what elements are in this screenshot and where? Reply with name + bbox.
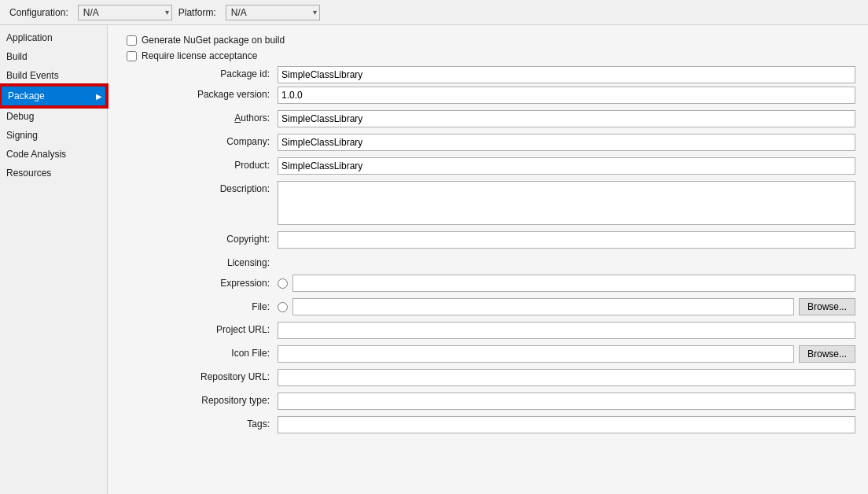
- tags-label: Tags:: [120, 416, 278, 429]
- description-label: Description:: [120, 181, 278, 194]
- sidebar-item-application[interactable]: Application: [0, 28, 107, 47]
- product-label: Product:: [120, 157, 278, 171]
- sidebar-item-code-analysis[interactable]: Code Analysis: [0, 145, 107, 164]
- file-label: File:: [120, 301, 278, 312]
- licensing-row: Licensing:: [120, 255, 855, 268]
- package-id-label: Package id:: [120, 66, 278, 79]
- configuration-select[interactable]: N/A: [78, 5, 172, 20]
- repository-url-row: Repository URL:: [120, 369, 855, 386]
- repository-type-input[interactable]: [278, 393, 855, 410]
- repository-url-input[interactable]: [278, 369, 855, 386]
- expression-label: Expression:: [120, 278, 278, 289]
- content-area: Generate NuGet package on build Require …: [107, 25, 868, 494]
- description-input[interactable]: [278, 181, 855, 225]
- company-label: Company:: [120, 134, 278, 147]
- description-row: Description:: [120, 181, 855, 225]
- generate-nuget-row: Generate NuGet package on build: [120, 35, 855, 46]
- sidebar-item-build-events[interactable]: Build Events: [0, 66, 107, 85]
- configuration-label: Configuration:: [9, 7, 68, 18]
- require-license-label[interactable]: Require license acceptance: [142, 50, 257, 61]
- package-id-row: Package id:: [120, 66, 855, 83]
- tags-input[interactable]: [278, 416, 855, 433]
- file-input[interactable]: [292, 298, 794, 315]
- project-url-label: Project URL:: [120, 322, 278, 335]
- sidebar-item-debug[interactable]: Debug: [0, 107, 107, 126]
- authors-row: Authors:: [120, 110, 855, 127]
- company-row: Company:: [120, 134, 855, 151]
- product-row: Product:: [120, 157, 855, 175]
- platform-label: Platform:: [178, 7, 216, 18]
- top-bar: Configuration: N/A Platform: N/A: [0, 0, 868, 25]
- licensing-label: Licensing:: [120, 255, 278, 268]
- project-url-input[interactable]: [278, 322, 855, 339]
- expression-radio[interactable]: [278, 278, 288, 289]
- icon-file-input[interactable]: [278, 345, 794, 363]
- sidebar-item-signing[interactable]: Signing: [0, 126, 107, 145]
- package-version-label: Package version:: [120, 87, 278, 100]
- sidebar-item-build[interactable]: Build: [0, 47, 107, 66]
- package-version-input[interactable]: [278, 87, 855, 104]
- platform-select-wrapper[interactable]: N/A: [226, 5, 320, 20]
- sidebar: Application Build Build Events Package D…: [0, 25, 107, 494]
- package-id-input[interactable]: [278, 66, 855, 83]
- copyright-input[interactable]: [278, 231, 855, 249]
- require-license-row: Require license acceptance: [120, 50, 855, 61]
- file-browse-button[interactable]: Browse...: [799, 298, 855, 315]
- icon-file-row: Icon File: Browse...: [120, 345, 855, 363]
- generate-nuget-checkbox[interactable]: [127, 35, 137, 46]
- tags-row: Tags:: [120, 416, 855, 433]
- expression-group: [278, 275, 855, 292]
- sidebar-item-resources[interactable]: Resources: [0, 164, 107, 182]
- configuration-select-wrapper[interactable]: N/A: [78, 5, 172, 20]
- authors-input[interactable]: [278, 110, 855, 127]
- icon-file-label: Icon File:: [120, 345, 278, 359]
- package-version-row: Package version:: [120, 87, 855, 104]
- icon-browse-button[interactable]: Browse...: [799, 345, 855, 363]
- expression-row: Expression:: [120, 275, 855, 292]
- require-license-checkbox[interactable]: [127, 51, 137, 61]
- file-radio[interactable]: [278, 302, 288, 312]
- project-url-row: Project URL:: [120, 322, 855, 339]
- product-input[interactable]: [278, 157, 855, 175]
- file-row: File: Browse...: [120, 298, 855, 315]
- sidebar-item-package[interactable]: Package: [0, 85, 107, 107]
- company-input[interactable]: [278, 134, 855, 151]
- generate-nuget-label[interactable]: Generate NuGet package on build: [142, 35, 285, 46]
- authors-label: Authors:: [120, 110, 278, 124]
- main-content: Application Build Build Events Package D…: [0, 25, 868, 494]
- repository-url-label: Repository URL:: [120, 369, 278, 382]
- expression-input[interactable]: [292, 275, 855, 292]
- platform-select[interactable]: N/A: [226, 5, 320, 20]
- copyright-label: Copyright:: [120, 231, 278, 245]
- file-group: Browse...: [278, 298, 855, 315]
- repository-type-label: Repository type:: [120, 393, 278, 406]
- repository-type-row: Repository type:: [120, 393, 855, 410]
- copyright-row: Copyright:: [120, 231, 855, 249]
